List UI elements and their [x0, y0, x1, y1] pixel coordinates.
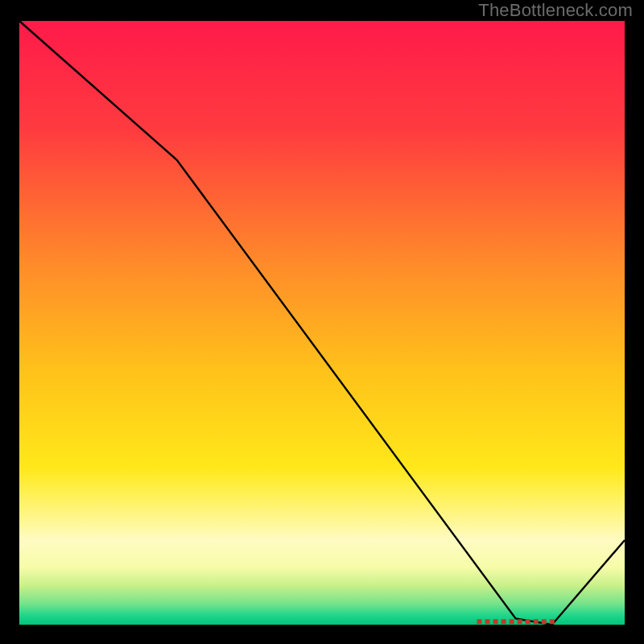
optimal-marker-dot: [477, 619, 482, 624]
optimal-marker-dot: [542, 619, 547, 624]
optimal-marker-dot: [485, 619, 490, 624]
optimal-marker-dot: [526, 619, 530, 624]
plot-background: [19, 21, 625, 625]
chart-container: TheBottleneck.com: [0, 0, 644, 644]
optimal-marker-dot: [502, 619, 506, 624]
watermark-text: TheBottleneck.com: [478, 0, 633, 21]
bottleneck-chart: [0, 0, 644, 644]
optimal-marker-dot: [534, 619, 539, 624]
optimal-marker-dot: [518, 619, 522, 624]
optimal-marker-dot: [510, 619, 514, 624]
optimal-marker-dot: [493, 619, 498, 624]
optimal-marker-dot: [550, 619, 555, 624]
